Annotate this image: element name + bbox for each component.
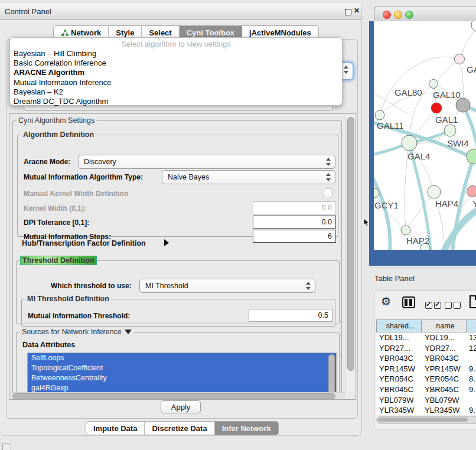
list-scrollbar[interactable] — [328, 354, 335, 394]
network-view-frame: GALGAL80GAL10GAL11GAL1SWI4GAL4GCY1HAP4YH… — [369, 21, 476, 266]
algorithm-dropdown-items: Bayesian – Hill ClimbingBasic Correlatio… — [14, 49, 338, 106]
sources-title-text: Sources for Network Inference — [22, 328, 122, 336]
network-node[interactable] — [467, 149, 476, 164]
dropdown-item[interactable]: ARACNE Algorithm — [14, 68, 338, 77]
field-value: 0.5 — [318, 311, 328, 319]
network-node[interactable] — [467, 186, 476, 197]
settings-scroll-pane: Cyni Algorithm Settings Algorithm Defini… — [9, 113, 356, 400]
network-canvas[interactable]: GALGAL80GAL10GAL11GAL1SWI4GAL4GCY1HAP4YH… — [374, 21, 476, 250]
unchecked-columns-icon[interactable] — [445, 299, 462, 310]
dropdown-item[interactable]: Dream8 DC_TDC Algorithm — [14, 97, 338, 106]
table-header-row: shared...nameA — [376, 319, 476, 332]
table-column-header[interactable]: name — [422, 319, 467, 332]
table-row[interactable]: YLR345WYLR345W9. — [376, 405, 476, 415]
tab-discretize-data[interactable]: Discretize Data — [145, 422, 214, 435]
table-cell: YDL19... — [422, 332, 467, 343]
dropdown-item[interactable]: Mutual Information Inference — [14, 78, 338, 87]
table-cell: YLR345W — [376, 405, 422, 415]
gear-icon[interactable]: ⚙ — [381, 296, 391, 307]
network-node[interactable] — [431, 103, 442, 113]
network-node[interactable] — [429, 80, 438, 89]
network-node[interactable] — [375, 110, 384, 120]
network-node[interactable] — [428, 185, 441, 198]
columns-icon[interactable] — [402, 296, 415, 308]
mi-threshold-definition-title: MI Threshold Definition — [25, 295, 111, 303]
table-cell: YLR345W — [422, 405, 467, 415]
network-window-titlebar[interactable] — [374, 6, 476, 22]
table-cell: YBL079W — [376, 395, 422, 406]
network-node[interactable] — [444, 125, 456, 136]
mi-threshold-label: Mutual Information Threshold: — [28, 312, 130, 320]
maximize-window-icon[interactable] — [405, 11, 413, 19]
float-window-icon[interactable] — [345, 9, 351, 15]
tab-impute-data[interactable]: Impute Data — [86, 422, 145, 435]
table-cell: YDR27... — [422, 343, 467, 354]
network-node[interactable] — [455, 54, 465, 64]
table-cell: YBL079W — [422, 395, 467, 406]
bottom-tabs: Impute Data Discretize Data Infer Networ… — [86, 421, 279, 435]
float-panel-icon[interactable] — [2, 443, 11, 450]
combo-value: MI Threshold — [145, 282, 188, 290]
panel-title: Control Panel — [5, 7, 51, 16]
mi-threshold-field[interactable]: 0.5 — [249, 309, 332, 322]
apply-label: Apply — [171, 403, 191, 412]
mi-threshold-definition-group: MI Threshold Definition Mutual Informati… — [21, 295, 335, 327]
algorithm-dropdown[interactable]: Select algorithm to view settings Bayesi… — [9, 37, 343, 106]
collapsed-arrow-icon[interactable] — [164, 239, 169, 246]
table-row[interactable]: YDR27...YDR27...12 — [376, 343, 476, 354]
expanded-arrow-icon[interactable] — [125, 330, 132, 334]
network-node[interactable] — [456, 98, 470, 112]
close-icon[interactable]: ✕ — [354, 6, 360, 15]
table-horizontal-scrollbar[interactable] — [376, 416, 476, 424]
node-label: HAP4 — [435, 198, 458, 208]
table-row[interactable]: YER054CYER054C8. — [376, 374, 476, 384]
table-cell: 13 — [467, 332, 476, 343]
table-row[interactable]: YBR045CYBR045C9. — [376, 384, 476, 395]
node-label: Y — [472, 198, 476, 208]
document-icon[interactable] — [469, 295, 476, 309]
table-cell: YBR045C — [376, 384, 422, 395]
table-cell: YBR043C — [376, 353, 422, 364]
table-row[interactable]: YBR043CYBR043C — [376, 353, 476, 364]
network-node[interactable] — [471, 21, 476, 32]
which-threshold-combo[interactable]: MI Threshold — [139, 279, 315, 293]
mouse-cursor — [363, 218, 370, 227]
mi-algorithm-type-combo[interactable]: Naive Bayes — [162, 170, 335, 184]
minimize-window-icon[interactable] — [394, 11, 402, 19]
dpi-tolerance-field[interactable]: 0.0 — [253, 216, 336, 229]
table-column-header[interactable]: shared... — [376, 319, 422, 332]
tab-label: jActiveMNodules — [249, 28, 311, 37]
tab-label: Cyni Toolbox — [187, 28, 234, 37]
table-row[interactable]: YDL19...YDL19...13 — [376, 332, 476, 343]
node-table[interactable]: shared...nameA YDL19...YDL19...13YDR27..… — [376, 319, 476, 415]
aracne-mode-combo[interactable]: Discovery — [78, 155, 335, 169]
close-window-icon[interactable] — [383, 11, 391, 19]
attribute-list-item[interactable]: TopologicalCoefficient — [28, 363, 336, 373]
network-node[interactable] — [402, 135, 417, 151]
field-value: 6 — [328, 232, 332, 240]
kernel-width-field[interactable]: 0.0 — [253, 201, 336, 214]
table-column-header[interactable]: A — [467, 319, 476, 332]
settings-horizontal-scrollbar[interactable] — [10, 392, 345, 399]
attribute-list-item[interactable]: SelfLoops — [28, 353, 336, 363]
table-row[interactable]: YPR145WYPR145W9. — [376, 364, 476, 374]
manual-kernel-width-checkbox[interactable] — [324, 188, 332, 197]
threshold-definition-group: Threshold Definition Which threshold to … — [16, 256, 340, 324]
table-row[interactable]: YBL079WYBL079W — [376, 395, 476, 406]
checked-columns-icon[interactable] — [425, 299, 443, 310]
attribute-list-item[interactable]: BetweennessCentrality — [28, 373, 336, 383]
apply-button[interactable]: Apply — [161, 400, 201, 413]
network-node[interactable] — [401, 226, 410, 235]
dropdown-item[interactable]: Bayesian – K2 — [14, 87, 338, 97]
tab-infer-network[interactable]: Infer Network — [215, 422, 278, 435]
dropdown-item[interactable]: Basic Correlation Inference — [14, 58, 338, 68]
dropdown-item[interactable]: Bayesian – Hill Climbing — [14, 49, 338, 58]
mi-steps-field[interactable]: 6 — [253, 230, 336, 243]
algorithm-definition-title: Algorithm Definition — [21, 131, 96, 139]
settings-vertical-scrollbar[interactable] — [345, 115, 355, 392]
tab-label: Discretize Data — [152, 424, 207, 433]
node-label: GAL — [467, 64, 476, 74]
node-label: SWI4 — [447, 138, 469, 148]
table-cell — [467, 395, 476, 406]
tab-label: Infer Network — [222, 424, 271, 433]
